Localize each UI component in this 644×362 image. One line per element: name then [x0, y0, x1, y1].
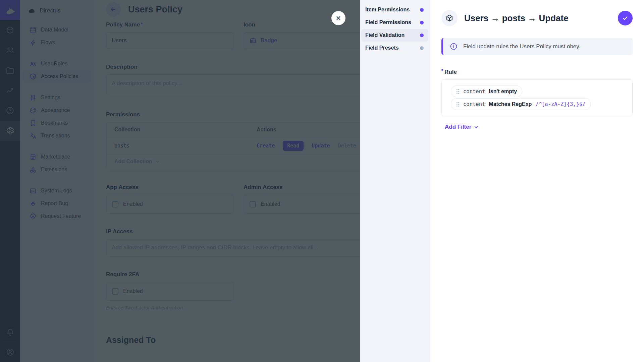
save-button[interactable] — [618, 11, 633, 25]
filter-operator[interactable]: Isn't empty — [489, 88, 517, 95]
check-icon — [622, 14, 629, 22]
cube-icon — [445, 14, 453, 22]
tab-field-permissions[interactable]: Field Permissions — [361, 16, 428, 29]
filter-field-name[interactable]: content — [463, 88, 485, 95]
tab-label: Item Permissions — [365, 7, 410, 13]
tab-field-presets[interactable]: Field Presets — [361, 42, 428, 54]
status-dot — [420, 46, 424, 50]
drawer-title: Users → posts → Update — [464, 13, 569, 23]
info-icon — [450, 43, 458, 50]
close-icon — [335, 15, 342, 21]
filter-field-name[interactable]: content — [463, 101, 485, 107]
status-dot — [420, 8, 424, 12]
chevron-down-icon — [473, 124, 479, 130]
rule-filter-editor[interactable]: content Isn't empty content Matches RegE… — [441, 79, 633, 116]
add-filter-button[interactable]: Add Filter — [445, 124, 479, 130]
rule-field-label: Rule — [444, 69, 457, 75]
required-dot — [441, 69, 443, 71]
drawer-header: Users → posts → Update — [441, 10, 633, 26]
drag-handle-icon[interactable] — [456, 89, 460, 94]
filter-value[interactable]: /^[a-zA-Z]{3,}$/ — [535, 101, 585, 107]
filter-rule-isnt-empty[interactable]: content Isn't empty — [451, 85, 522, 97]
drawer-section-menu: Item Permissions Field Permissions Field… — [360, 0, 430, 362]
status-dot — [420, 34, 424, 37]
drag-handle-icon[interactable] — [456, 102, 460, 107]
filter-operator[interactable]: Matches RegExp — [489, 101, 532, 107]
tab-item-permissions[interactable]: Item Permissions — [361, 3, 428, 16]
status-dot — [420, 21, 424, 24]
tab-field-validation[interactable]: Field Validation — [361, 29, 428, 42]
info-banner: Field update rules the Users Policy must… — [441, 38, 633, 55]
tab-label: Field Permissions — [365, 19, 411, 25]
info-banner-text: Field update rules the Users Policy must… — [463, 43, 580, 50]
tab-label: Field Validation — [365, 32, 405, 38]
field-validation-panel: Users → posts → Update Field update rule… — [430, 0, 644, 362]
tab-label: Field Presets — [365, 45, 399, 51]
filter-rule-matches-regexp[interactable]: content Matches RegExp /^[a-zA-Z]{3,}$/ — [451, 98, 591, 110]
close-drawer-button[interactable] — [331, 11, 345, 25]
permissions-drawer: Item Permissions Field Permissions Field… — [360, 0, 644, 362]
drawer-header-avatar — [441, 10, 458, 26]
